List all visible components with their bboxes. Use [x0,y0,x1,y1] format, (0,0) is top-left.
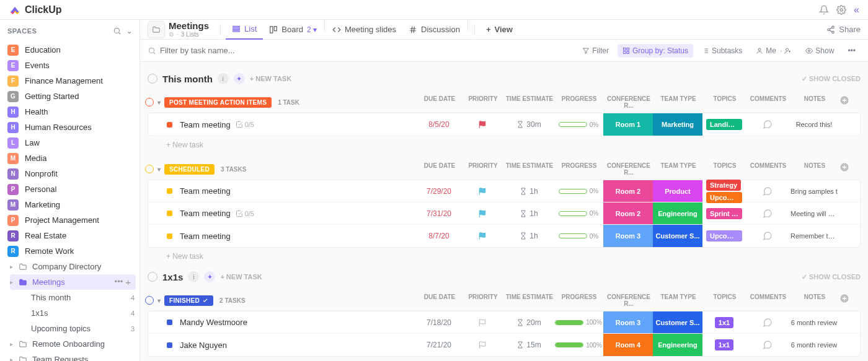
space-item[interactable]: RRemote Work [0,243,140,259]
priority-flag-icon[interactable] [461,225,504,247]
column-header[interactable]: DUE DATE [418,162,461,176]
topics[interactable]: Landing ... [702,113,746,136]
conference-room[interactable]: Room 3 [603,225,653,247]
view-tab-list[interactable]: List [226,20,263,40]
settings-icon[interactable] [836,5,846,15]
space-item[interactable]: HHealth [0,104,140,120]
space-item[interactable]: LLaw [0,135,140,150]
column-header[interactable]: PROGRESS [554,95,604,109]
topic-pill[interactable]: 1x1 [715,317,733,328]
priority-flag-icon[interactable] [461,202,504,224]
new-task-button[interactable]: + NEW TASK [250,75,291,82]
progress[interactable]: 100% [554,334,603,356]
notes[interactable]: 6 month review [789,334,839,356]
column-header[interactable]: CONFERENCE R... [604,294,653,307]
time-estimate[interactable]: 1h [504,225,554,247]
column-header[interactable]: CONFERENCE R... [604,95,653,109]
logo[interactable]: ClickUp [9,4,62,16]
column-header[interactable]: CONFERENCE R... [604,162,653,176]
status-pill[interactable]: POST MEETING ACTION ITEMS [164,97,272,108]
space-item[interactable]: HHuman Resources [0,120,140,135]
column-header[interactable]: TEAM TYPE [653,162,703,176]
topics[interactable]: 1x1 [702,334,746,356]
column-header[interactable]: DUE DATE [418,95,461,109]
group-toggle-icon[interactable] [145,165,154,173]
task-row[interactable]: Team meeting 7/29/20 1h 0% Room 2 Produc… [148,180,860,202]
conference-room[interactable]: Room 3 [603,311,653,333]
progress[interactable]: 0% [554,113,603,136]
column-header[interactable]: TEAM TYPE [653,95,703,109]
notes[interactable]: Meeting will sta today [789,202,839,224]
team-type[interactable]: Product [653,180,702,202]
folder-item[interactable]: ▸Company Directory [6,259,140,274]
topics[interactable]: StrategyUpcomi... [702,180,746,202]
column-header[interactable]: NOTES [790,162,839,176]
topic-pill[interactable]: Upcomi... [706,230,742,241]
comments-icon[interactable] [746,180,789,202]
folder-item[interactable]: ▸Remote Onboarding [6,336,140,352]
time-estimate[interactable]: 1h [504,180,554,202]
progress[interactable]: 100% [554,311,603,333]
comments-icon[interactable] [746,225,789,247]
priority-flag-icon[interactable] [461,180,504,202]
chevron-down-icon[interactable]: ▾ [157,166,161,173]
comments-icon[interactable] [746,334,789,356]
column-header[interactable]: TOPICS [703,294,746,307]
progress[interactable]: 0% [554,225,603,247]
column-header[interactable]: TOPICS [703,162,746,176]
topics[interactable]: 1x1 [702,311,746,333]
column-header[interactable]: TOPICS [703,95,746,109]
topics[interactable]: Upcomi... [702,225,746,247]
space-item[interactable]: MMedia [0,150,140,166]
group-by-button[interactable]: Group by: Status [618,44,693,58]
filter-button[interactable]: Filter [577,44,614,58]
priority-flag-icon[interactable] [461,334,504,356]
filter-task-input[interactable] [160,46,284,55]
due-date[interactable]: 7/21/20 [417,334,461,356]
info-icon[interactable]: i [218,73,229,84]
me-button[interactable]: Me· [751,44,797,58]
add-column-icon[interactable] [839,294,858,307]
time-estimate[interactable]: 15m [504,334,554,356]
list-item[interactable]: This month4 [6,290,140,305]
view-tab-board[interactable]: Board2 ▾ [263,20,323,40]
space-item[interactable]: RReal Estate [0,228,140,243]
info-icon[interactable]: i [188,271,199,282]
team-type[interactable]: Engineering [653,202,702,224]
due-date[interactable]: 7/29/20 [417,180,461,202]
topic-pill[interactable]: Landing ... [706,119,742,130]
share-button[interactable]: Share [826,25,861,34]
column-header[interactable]: COMMENTS [746,162,790,176]
add-view-button[interactable]: +View [480,20,519,40]
space-item[interactable]: FFinance Management [0,73,140,89]
notifications-icon[interactable] [819,5,829,15]
chevron-down-icon[interactable]: ▾ [157,297,161,304]
topics[interactable]: Sprint R... [702,202,746,224]
due-date[interactable]: 7/18/20 [417,311,461,333]
priority-flag-icon[interactable] [461,311,504,333]
show-closed-button[interactable]: ✓ SHOW CLOSED [802,273,861,281]
view-tab-meeting-slides[interactable]: Meeting slides [326,20,402,40]
section-toggle-icon[interactable] [148,272,157,282]
new-task-row[interactable]: + New task [148,248,861,265]
column-header[interactable]: PROGRESS [554,162,604,176]
sparkle-icon[interactable]: ✦ [234,73,245,84]
conference-room[interactable]: Room 2 [603,202,653,224]
status-pill[interactable]: FINISHED [164,295,213,306]
group-toggle-icon[interactable] [145,98,154,107]
show-button[interactable]: Show [800,44,839,58]
column-header[interactable]: PRIORITY [461,162,505,176]
comments-icon[interactable] [746,311,789,333]
task-row[interactable]: Team meeting 0/5 7/31/20 1h 0% Room 2 En… [148,202,860,225]
list-item[interactable]: 1x1s4 [6,305,140,321]
chevron-down-icon[interactable]: ▾ [157,99,161,106]
status-pill[interactable]: SCHEDULED [164,164,215,175]
due-date[interactable]: 8/7/20 [417,225,461,247]
column-header[interactable]: TIME ESTIMATE [505,95,554,109]
folder-item[interactable]: ▸Team Requests [6,352,140,361]
status-dot[interactable] [167,188,172,194]
collapse-sidebar-icon[interactable]: « [854,4,859,15]
column-header[interactable]: TIME ESTIMATE [505,162,554,176]
section-toggle-icon[interactable] [148,74,157,84]
task-row[interactable]: Team meeting 0/5 8/5/20 30m 0% Room 1 Ma… [148,113,860,136]
